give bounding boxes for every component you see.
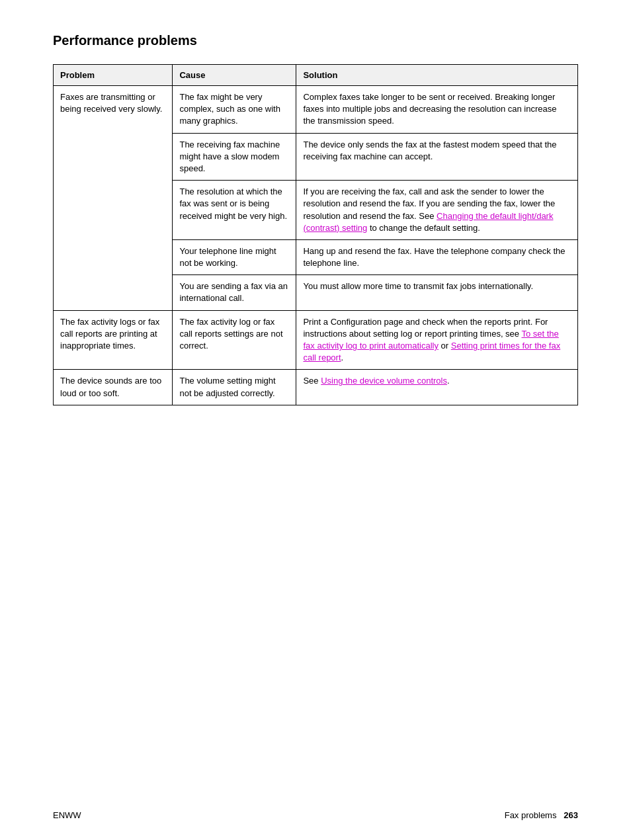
col-header-cause: Cause: [173, 65, 296, 86]
cause-cell-1-4: Your telephone line might not be working…: [173, 239, 296, 274]
cause-cell-1-1: The fax might be very complex, such as o…: [173, 86, 296, 134]
page-title: Performance problems: [53, 33, 578, 48]
solution-cell-1-3: If you are receiving the fax, call and a…: [296, 181, 578, 240]
cause-cell-1-3: The resolution at which the fax was sent…: [173, 181, 296, 240]
solution-cell-1-5: You must allow more time to transmit fax…: [296, 275, 578, 310]
problem-cell-3: The device sounds are too loud or too so…: [54, 370, 173, 405]
table-row: The device sounds are too loud or too so…: [54, 370, 578, 405]
problem-cell-2: The fax activity logs or fax call report…: [54, 310, 173, 370]
solution-cell-1-2: The device only sends the fax at the fas…: [296, 133, 578, 181]
page-footer: ENWW Fax problems 263: [0, 810, 631, 820]
link-volume-controls[interactable]: Using the device volume controls: [321, 376, 447, 386]
col-header-problem: Problem: [54, 65, 173, 86]
link-contrast-setting[interactable]: Changing the default light/dark (contras…: [303, 211, 553, 233]
cause-cell-3-1: The volume setting might not be adjusted…: [173, 370, 296, 405]
solution-cell-1-1: Complex faxes take longer to be sent or …: [296, 86, 578, 134]
cause-cell-1-5: You are sending a fax via an internation…: [173, 275, 296, 310]
footer-right: Fax problems 263: [505, 810, 578, 820]
solution-cell-3-1: See Using the device volume controls.: [296, 370, 578, 405]
col-header-solution: Solution: [296, 65, 578, 86]
table-row: Faxes are transmitting or being received…: [54, 86, 578, 134]
cause-cell-1-2: The receiving fax machine might have a s…: [173, 133, 296, 181]
footer-left: ENWW: [53, 810, 81, 820]
table-row: The fax activity logs or fax call report…: [54, 310, 578, 370]
footer-page-number: 263: [564, 810, 578, 820]
footer-section-label: Fax problems: [505, 810, 557, 820]
problem-cell-1: Faxes are transmitting or being received…: [54, 86, 173, 311]
solution-cell-1-4: Hang up and resend the fax. Have the tel…: [296, 239, 578, 274]
cause-cell-2-1: The fax activity log or fax call reports…: [173, 310, 296, 370]
solution-cell-2-1: Print a Configuration page and check whe…: [296, 310, 578, 370]
performance-problems-table: Problem Cause Solution Faxes are transmi…: [53, 64, 578, 405]
